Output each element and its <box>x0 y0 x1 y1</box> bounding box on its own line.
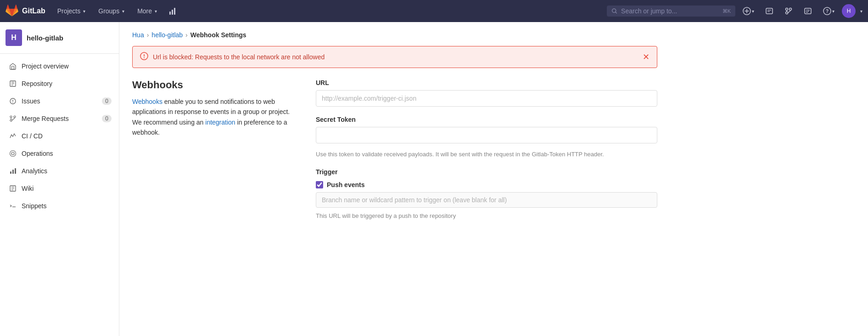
merge-requests-nav-button[interactable] <box>781 4 796 18</box>
svg-point-42 <box>144 57 145 58</box>
sidebar-item-wiki[interactable]: Wiki <box>0 180 119 197</box>
gitlab-logo[interactable]: GitLab <box>6 5 45 17</box>
search-shortcut: ⌘K <box>722 8 731 14</box>
operations-icon <box>9 149 17 158</box>
svg-text:?: ? <box>826 9 829 14</box>
groups-chevron-icon: ▾ <box>122 9 124 14</box>
breadcrumb-current: Webhook Settings <box>190 31 246 39</box>
issues-badge: 0 <box>102 97 112 105</box>
sidebar-item-analytics[interactable]: Analytics <box>0 162 119 180</box>
sidebar-item-operations[interactable]: Operations <box>0 145 119 162</box>
sidebar-item-cicd[interactable]: CI / CD <box>0 127 119 145</box>
trigger-label: Trigger <box>316 168 657 176</box>
error-alert: Url is blocked: Requests to the local ne… <box>132 46 657 68</box>
sidebar-item-project-overview[interactable]: Project overview <box>0 57 119 75</box>
svg-point-31 <box>10 151 16 157</box>
create-new-button[interactable]: ▾ <box>739 4 758 18</box>
svg-point-25 <box>12 102 13 103</box>
webhooks-link[interactable]: Webhooks <box>132 98 162 105</box>
trigger-section: Trigger Push events This URL will be tri… <box>316 168 657 219</box>
merge-icon <box>9 114 17 123</box>
sidebar-label-wiki: Wiki <box>22 185 112 192</box>
activity-chart-button[interactable] <box>165 4 181 18</box>
alert-close-button[interactable]: ✕ <box>643 52 650 62</box>
sidebar-label-issues: Issues <box>22 97 97 105</box>
search-icon <box>611 7 617 15</box>
sidebar-label-cicd: CI / CD <box>22 132 112 140</box>
snippets-icon <box>9 202 17 210</box>
user-avatar[interactable]: H <box>842 4 856 18</box>
integration-link[interactable]: integration <box>205 119 235 126</box>
svg-rect-18 <box>12 66 14 69</box>
webhooks-form: URL Secret Token Use this token to valid… <box>316 79 657 223</box>
more-menu-button[interactable]: More ▾ <box>133 5 162 17</box>
secret-token-hint: Use this token to validate received payl… <box>316 150 657 159</box>
webhooks-title: Webhooks <box>132 79 297 91</box>
wiki-icon <box>9 184 17 193</box>
svg-point-30 <box>11 152 14 155</box>
svg-rect-8 <box>766 8 773 14</box>
create-chevron-icon: ▾ <box>752 9 754 14</box>
projects-chevron-icon: ▾ <box>83 9 85 14</box>
sidebar-nav: Project overview Repository Issues 0 <box>0 54 119 218</box>
branch-hint: This URL will be triggered by a push to … <box>316 212 657 219</box>
main-content: Hua › hello-gitlab › Webhook Settings Ur… <box>119 22 868 336</box>
projects-menu-button[interactable]: Projects ▾ <box>53 5 90 17</box>
webhooks-description: Webhooks Webhooks enable you to send not… <box>132 79 297 138</box>
svg-rect-34 <box>15 168 16 174</box>
breadcrumb-project[interactable]: hello-gitlab <box>151 31 183 39</box>
sidebar-item-repository[interactable]: Repository <box>0 75 119 92</box>
project-header: H hello-gitlab <box>0 22 119 54</box>
svg-rect-32 <box>10 171 11 174</box>
sidebar-item-snippets[interactable]: Snippets <box>0 197 119 215</box>
topnav: GitLab Projects ▾ Groups ▾ More ▾ ⌘K ▾ <box>0 0 868 22</box>
push-events-checkbox[interactable] <box>316 181 323 188</box>
svg-point-27 <box>14 116 16 118</box>
user-chevron-icon: ▾ <box>860 9 862 14</box>
gitlab-wordmark: GitLab <box>22 7 45 15</box>
svg-rect-1 <box>172 10 173 15</box>
webhooks-section: Webhooks Webhooks enable you to send not… <box>132 79 657 223</box>
alert-error-content: Url is blocked: Requests to the local ne… <box>140 52 325 62</box>
svg-line-4 <box>616 12 617 13</box>
alert-error-icon <box>140 52 148 62</box>
global-search[interactable]: ⌘K <box>607 6 735 17</box>
secret-token-input[interactable] <box>316 127 657 143</box>
book-icon <box>9 80 17 88</box>
svg-point-26 <box>10 116 12 118</box>
more-chevron-icon: ▾ <box>155 9 157 14</box>
issues-icon <box>9 97 17 105</box>
svg-rect-0 <box>169 11 171 15</box>
project-name: hello-gitlab <box>27 34 63 42</box>
cicd-icon <box>9 132 17 140</box>
breadcrumb-root[interactable]: Hua <box>132 31 144 39</box>
analytics-icon <box>9 167 17 175</box>
svg-point-12 <box>790 8 792 11</box>
push-events-label: Push events <box>327 181 364 188</box>
svg-rect-2 <box>174 8 175 15</box>
url-label: URL <box>316 79 657 86</box>
url-field-group: URL <box>316 79 657 107</box>
sidebar-item-issues[interactable]: Issues 0 <box>0 92 119 110</box>
secret-token-label: Secret Token <box>316 116 657 123</box>
todo-button[interactable] <box>762 4 777 18</box>
branch-pattern-input[interactable] <box>316 192 657 208</box>
svg-point-11 <box>786 8 788 11</box>
svg-point-28 <box>10 120 12 121</box>
sidebar: H hello-gitlab Project overview Reposito… <box>0 22 119 336</box>
svg-rect-14 <box>805 8 811 14</box>
sidebar-item-merge-requests[interactable]: Merge Requests 0 <box>0 110 119 127</box>
sidebar-label-repository: Repository <box>22 80 112 87</box>
page-layout: H hello-gitlab Project overview Reposito… <box>0 22 868 336</box>
url-input[interactable] <box>316 90 657 107</box>
breadcrumb-sep-2: › <box>185 31 188 39</box>
breadcrumb: Hua › hello-gitlab › Webhook Settings <box>132 31 657 39</box>
groups-menu-button[interactable]: Groups ▾ <box>94 5 129 17</box>
sidebar-label-snippets: Snippets <box>22 202 112 210</box>
help-button[interactable]: ? ▾ <box>819 4 838 18</box>
issues-nav-button[interactable] <box>800 4 816 18</box>
sidebar-label-analytics: Analytics <box>22 167 112 175</box>
search-input[interactable] <box>621 7 719 15</box>
project-avatar: H <box>6 29 22 46</box>
sidebar-label-operations: Operations <box>22 150 112 157</box>
